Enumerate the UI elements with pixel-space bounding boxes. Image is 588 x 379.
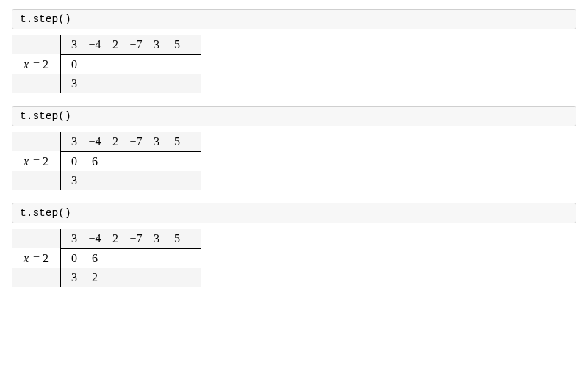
- coeff: 2: [105, 135, 126, 148]
- result-row: 3: [12, 74, 201, 93]
- coeff: 3: [64, 232, 85, 245]
- code-cell: t.step(): [12, 9, 576, 29]
- coeff: −4: [85, 38, 105, 51]
- work-cells: 0: [61, 55, 190, 74]
- coeff: 3: [64, 38, 85, 51]
- x-label: x = 2: [12, 152, 60, 171]
- middle-row: x = 2 0: [12, 55, 201, 74]
- coeff: −7: [126, 135, 146, 148]
- coeff-row: 3 −4 2 −7 3 5: [12, 35, 201, 54]
- step-block: t.step() 3 −4 2 −7 3 5 x = 2 0 6: [12, 203, 576, 289]
- work: 6: [85, 155, 105, 168]
- coeff-row: 3 −4 2 −7 3 5: [12, 132, 201, 151]
- result: 3: [64, 271, 85, 284]
- coeff: 2: [105, 38, 126, 51]
- coeff: 5: [167, 135, 187, 148]
- work: 0: [64, 58, 85, 71]
- work: 6: [85, 252, 105, 265]
- result: 2: [85, 271, 105, 284]
- coeff: −4: [85, 135, 105, 148]
- work: 0: [64, 252, 85, 265]
- coeff: −7: [126, 38, 146, 51]
- coeff: 3: [64, 135, 85, 148]
- x-label-cell: [12, 35, 60, 54]
- result-cells: 3: [61, 74, 190, 93]
- coeff: 5: [167, 38, 187, 51]
- coeff-cells: 3 −4 2 −7 3 5: [61, 35, 190, 54]
- coeff: 3: [146, 38, 167, 51]
- result-row: 3: [12, 171, 201, 190]
- work: 0: [64, 155, 85, 168]
- code-cell: t.step(): [12, 203, 576, 223]
- step-block: t.step() 3 −4 2 −7 3 5 x = 2 0: [12, 9, 576, 95]
- coeff: 5: [167, 232, 187, 245]
- x-label: x = 2: [12, 249, 60, 268]
- x-label: x = 2: [12, 55, 60, 74]
- coeff: 3: [146, 135, 167, 148]
- middle-row: x = 2 0 6: [12, 152, 201, 171]
- synthetic-division-tableau: 3 −4 2 −7 3 5 x = 2 0 6: [12, 228, 201, 287]
- synthetic-division-tableau: 3 −4 2 −7 3 5 x = 2 0: [12, 34, 201, 93]
- step-block: t.step() 3 −4 2 −7 3 5 x = 2 0 6: [12, 106, 576, 192]
- coeff-row: 3 −4 2 −7 3 5: [12, 229, 201, 248]
- result: 3: [64, 174, 85, 187]
- coeff: 3: [146, 232, 167, 245]
- coeff: 2: [105, 232, 126, 245]
- synthetic-division-tableau: 3 −4 2 −7 3 5 x = 2 0 6: [12, 131, 201, 190]
- middle-row: x = 2 0 6: [12, 249, 201, 268]
- result: 3: [64, 77, 85, 90]
- coeff: −4: [85, 232, 105, 245]
- coeff: −7: [126, 232, 146, 245]
- result-row: 3 2: [12, 268, 201, 287]
- code-cell: t.step(): [12, 106, 576, 126]
